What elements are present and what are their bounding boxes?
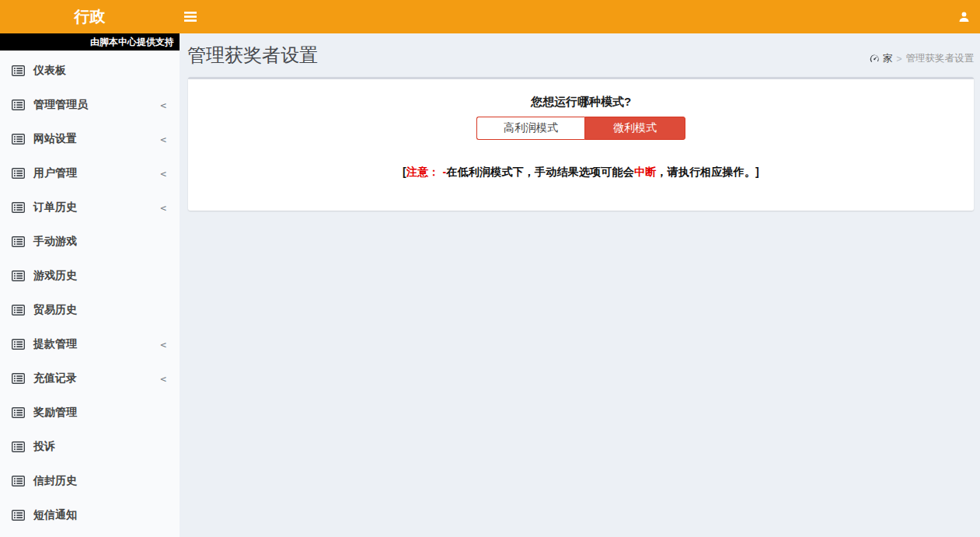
sidebar-item-label: 订单历史: [33, 201, 77, 214]
list-alt-icon: [12, 510, 26, 521]
list-alt-icon: [12, 168, 26, 179]
notice-bracket-close: ]: [755, 166, 759, 178]
sidebar-item-label: 奖励管理: [33, 406, 77, 420]
breadcrumb-current: 管理获奖者设置: [906, 52, 975, 65]
sidebar-item[interactable]: 用户管理 <: [0, 156, 180, 190]
sidebar-item-label: 网站设置: [33, 132, 77, 146]
sidebar-item-label: 管理管理员: [33, 98, 88, 112]
list-alt-icon: [12, 305, 26, 316]
powered-by-banner: 由脚本中心提供支持: [0, 33, 180, 51]
sidebar-item[interactable]: 游戏历史: [0, 259, 180, 293]
sidebar-item-label: 游戏历史: [33, 269, 77, 283]
list-alt-icon: [12, 339, 26, 350]
angle-left-icon: <: [160, 339, 166, 350]
sidebar-item[interactable]: 充值记录 <: [0, 361, 180, 396]
sidebar-item[interactable]: 提款管理 <: [0, 327, 180, 361]
sidebar-item[interactable]: 网站设置 <: [0, 122, 180, 156]
sidebar-item-label: 短信通知: [33, 508, 77, 522]
breadcrumb-home-label: 家: [883, 52, 893, 65]
breadcrumb-separator: >: [896, 54, 902, 65]
list-alt-icon: [12, 65, 26, 76]
angle-left-icon: <: [160, 168, 166, 180]
mode-question: 您想运行哪种模式?: [196, 95, 966, 110]
list-alt-icon: [12, 134, 26, 145]
list-alt-icon: [12, 441, 26, 452]
notice-text: [注意： -在低利润模式下，手动结果选项可能会中断，请执行相应操作。]: [196, 166, 966, 180]
sidebar-item-label: 用户管理: [33, 166, 77, 180]
user-icon: [958, 11, 970, 23]
sidebar: 仪表板 管理管理员 < 网站设置 <: [0, 51, 180, 537]
notice-highlight: 中断: [634, 166, 656, 178]
mode-toggle-group: 高利润模式 微利模式: [196, 117, 966, 140]
angle-left-icon: <: [160, 99, 166, 111]
low-profit-mode-button[interactable]: 微利模式: [584, 117, 685, 140]
sidebar-item[interactable]: 贸易历史: [0, 293, 180, 327]
top-navbar: 行政: [0, 0, 980, 33]
notice-text-2: ，请执行相应操作。: [656, 166, 755, 178]
notice-warn-label: 注意：: [406, 166, 440, 178]
sidebar-item-label: 充值记录: [33, 371, 77, 385]
mode-settings-card: 您想运行哪种模式? 高利润模式 微利模式 [注意： -在低利润模式下，手动结果选…: [188, 77, 974, 211]
breadcrumb: 家 > 管理获奖者设置: [870, 52, 974, 65]
list-alt-icon: [12, 236, 26, 247]
sidebar-item-label: 信封历史: [33, 474, 77, 488]
sidebar-item[interactable]: 订单历史 <: [0, 190, 180, 225]
hamburger-icon: [184, 12, 197, 22]
user-menu-button[interactable]: [954, 8, 975, 26]
sidebar-item-label: 仪表板: [33, 64, 66, 78]
list-alt-icon: [12, 407, 26, 418]
high-profit-mode-button[interactable]: 高利润模式: [476, 117, 584, 140]
sidebar-item[interactable]: 手动游戏: [0, 225, 180, 259]
angle-left-icon: <: [160, 373, 166, 385]
list-alt-icon: [12, 202, 26, 213]
list-alt-icon: [12, 270, 26, 281]
brand-logo[interactable]: 行政: [0, 0, 180, 33]
breadcrumb-home-link[interactable]: 家: [870, 52, 893, 65]
angle-left-icon: <: [160, 202, 166, 214]
sidebar-item[interactable]: 奖励管理: [0, 396, 180, 430]
list-alt-icon: [12, 373, 26, 384]
list-alt-icon: [12, 476, 26, 486]
sidebar-item[interactable]: 管理管理员 <: [0, 88, 180, 122]
content-area: 管理获奖者设置 家 > 管理获奖者设置 您想运行哪种模式? 高利润模式 微利模式…: [180, 33, 980, 537]
sidebar-toggle-button[interactable]: [180, 0, 206, 33]
content-header: 管理获奖者设置 家 > 管理获奖者设置: [180, 33, 980, 75]
sidebar-item-label: 投诉: [33, 440, 55, 454]
angle-left-icon: <: [160, 134, 166, 145]
sidebar-item[interactable]: 投诉: [0, 430, 180, 464]
list-alt-icon: [12, 99, 26, 110]
sidebar-item[interactable]: 仪表板: [0, 54, 180, 88]
sidebar-item-label: 提款管理: [33, 337, 77, 351]
dashboard-icon: [870, 54, 880, 64]
sidebar-menu: 仪表板 管理管理员 < 网站设置 <: [0, 51, 180, 532]
sidebar-item[interactable]: 信封历史: [0, 464, 180, 498]
sidebar-item[interactable]: 短信通知: [0, 498, 180, 532]
page-title: 管理获奖者设置: [187, 43, 318, 68]
sidebar-item-label: 手动游戏: [33, 235, 77, 249]
navbar-right: [954, 0, 980, 33]
notice-text-1: 在低利润模式下，手动结果选项可能会: [446, 166, 633, 178]
sidebar-item-label: 贸易历史: [33, 303, 77, 317]
